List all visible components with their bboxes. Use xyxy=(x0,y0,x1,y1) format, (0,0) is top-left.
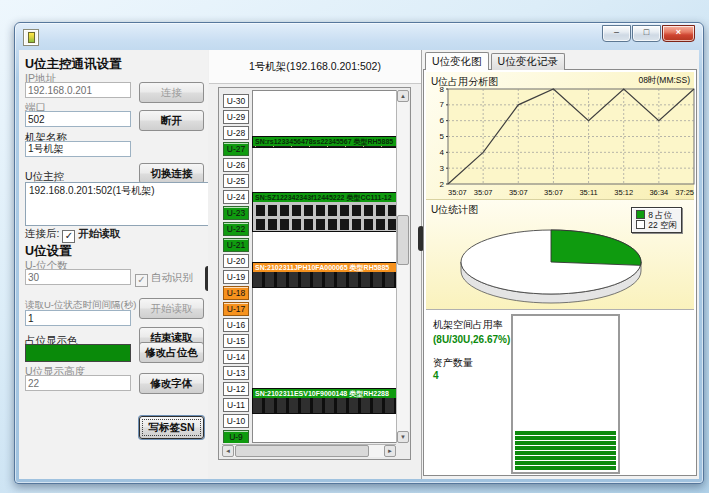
desktop-background: – □ × U位主控通讯设置 IP地址 连接 端口 断开 机架名称 切换连接 U… xyxy=(0,0,709,493)
tab-u-change-log[interactable]: U位变化记录 xyxy=(491,53,565,70)
interval-input[interactable] xyxy=(25,310,131,326)
title-bar[interactable]: – □ × xyxy=(15,23,703,50)
occupied-unit-bar xyxy=(515,461,616,465)
occupied-unit-bar xyxy=(515,431,616,435)
comm-settings-panel: U位主控通讯设置 IP地址 连接 端口 断开 机架名称 切换连接 U位主控 19… xyxy=(19,50,208,479)
rack-slot[interactable]: U-15 xyxy=(223,334,249,348)
occupied-unit-bar xyxy=(515,456,616,460)
svg-text:36:34: 36:34 xyxy=(649,188,668,197)
tab-strip: U位变化图 U位变化记录 xyxy=(425,53,567,70)
rack-view-panel: 1号机架(192.168.0.201:502) U-30U-29U-28U-27… xyxy=(208,50,421,479)
rack-device[interactable]: SN:2102311JPH10FA000065 类型RH5885 xyxy=(252,262,398,288)
rack-name-input[interactable] xyxy=(25,141,131,157)
svg-text:7: 7 xyxy=(440,100,445,109)
rack-slot[interactable]: U-10 xyxy=(223,414,249,428)
rack-usage-box xyxy=(511,314,620,474)
port-input[interactable] xyxy=(25,111,131,127)
start-read-button[interactable]: 开始读取 xyxy=(139,298,204,319)
svg-text:4: 4 xyxy=(440,148,445,157)
scroll-right-icon[interactable]: ► xyxy=(384,445,396,457)
svg-text:37:25: 37:25 xyxy=(675,188,694,197)
rack-title: 1号机架(192.168.0.201:502) xyxy=(209,60,421,74)
occupied-unit-bar xyxy=(515,436,616,440)
rack-vertical-scrollbar[interactable]: ▲ ▼ xyxy=(396,90,409,443)
svg-text:8: 8 xyxy=(440,85,445,94)
rack-slot[interactable]: U-27 xyxy=(223,142,249,156)
rack-slot[interactable]: U-29 xyxy=(223,110,249,124)
rack-slot[interactable]: U-17 xyxy=(223,302,249,316)
disconnect-button[interactable]: 断开 xyxy=(139,110,204,131)
rack-usage-bars xyxy=(515,430,616,470)
device-sn-label: SN:2102311JPH10FA000065 类型RH5885 xyxy=(253,263,397,272)
rack-slot[interactable]: U-19 xyxy=(223,270,249,284)
client-area: U位主控通讯设置 IP地址 连接 端口 断开 机架名称 切换连接 U位主控 19… xyxy=(19,50,699,479)
pie-chart xyxy=(426,200,699,310)
rack-slot[interactable]: U-16 xyxy=(223,318,249,332)
rack-slot[interactable]: U-28 xyxy=(223,126,249,140)
asset-count-value: 4 xyxy=(433,370,439,381)
write-sn-button[interactable]: 写标签SN xyxy=(139,416,204,439)
scroll-up-icon[interactable]: ▲ xyxy=(397,90,409,102)
rack-slot[interactable]: U-26 xyxy=(223,158,249,172)
svg-text:3: 3 xyxy=(440,164,445,173)
tab-content: U位占用分析图 08时(MM:SS) 234567835:0735:0735:0… xyxy=(423,69,697,476)
connect-button[interactable]: 连接 xyxy=(139,82,204,103)
rack-slot[interactable]: U-25 xyxy=(223,174,249,188)
rack-slot[interactable]: U-24 xyxy=(223,190,249,204)
minimize-button[interactable]: – xyxy=(602,25,631,42)
scroll-left-icon[interactable]: ◄ xyxy=(222,445,234,457)
rack-slot[interactable]: U-9 xyxy=(223,430,249,443)
rack-slot[interactable]: U-22 xyxy=(223,222,249,236)
u-count-input[interactable] xyxy=(25,269,131,285)
svg-text:35:07: 35:07 xyxy=(448,188,467,197)
auto-detect-checkbox[interactable]: ✓ xyxy=(135,274,148,287)
pie-chart-section: U位统计图 8 占位22 空闲 xyxy=(426,199,694,310)
svg-text:35:07: 35:07 xyxy=(474,188,493,197)
rack-slot[interactable]: U-12 xyxy=(223,382,249,396)
ip-input[interactable] xyxy=(25,82,131,98)
usage-title: 机架空间占用率 xyxy=(433,318,503,332)
svg-text:35:07: 35:07 xyxy=(544,188,563,197)
device-sn-label: SN:2102311ESV10F9000148 类型RH2288 xyxy=(253,389,397,398)
tab-u-change-chart[interactable]: U位变化图 xyxy=(425,52,489,70)
device-faceplate xyxy=(253,146,397,147)
rack-frame: U-30U-29U-28U-27U-26U-25U-24U-23U-22U-21… xyxy=(218,87,411,460)
display-height-input[interactable] xyxy=(25,375,131,391)
rack-slot[interactable]: U-14 xyxy=(223,350,249,364)
master-listbox[interactable]: 192.168.0.201:502(1号机架) xyxy=(25,182,209,226)
modify-color-button[interactable]: 修改占位色 xyxy=(139,342,204,363)
vertical-scroll-thumb[interactable] xyxy=(397,215,409,265)
rack-slot[interactable]: U-18 xyxy=(223,286,249,300)
occupy-color-swatch xyxy=(25,344,131,362)
rack-device[interactable]: SN:SZ122342343f12445222 类型CC111-12 xyxy=(252,192,398,232)
rack-header: 1号机架(192.168.0.201:502) xyxy=(209,50,421,84)
app-icon xyxy=(23,29,39,46)
modify-font-button[interactable]: 修改字体 xyxy=(139,373,204,394)
scroll-down-icon[interactable]: ▼ xyxy=(397,431,409,443)
after-connect-row: 连接后: ✓ 开始读取 xyxy=(25,227,120,243)
rack-slot[interactable]: U-13 xyxy=(223,366,249,380)
start-read-checkbox[interactable]: ✓ xyxy=(62,230,75,243)
occupied-unit-bar xyxy=(515,441,616,445)
rack-horizontal-scrollbar[interactable]: ◄ ► xyxy=(222,444,396,457)
rack-usage-section: 机架空间占用率 (8U/30U,26.67%) 资产数量 4 xyxy=(426,309,694,473)
device-sn-label: SN:rs1233456478ss22345567 类型RH5885 xyxy=(253,137,397,146)
svg-text:6: 6 xyxy=(440,116,445,125)
svg-text:35:07: 35:07 xyxy=(509,188,528,197)
rack-device[interactable]: SN:rs1233456478ss22345567 类型RH5885 xyxy=(252,136,398,148)
close-button[interactable]: × xyxy=(662,25,695,42)
panel-title: U位主控通讯设置 xyxy=(25,56,122,73)
rack-slot[interactable]: U-23 xyxy=(223,206,249,220)
rack-slot[interactable]: U-21 xyxy=(223,238,249,252)
rack-slot[interactable]: U-20 xyxy=(223,254,249,268)
device-sn-label: SN:SZ122342343f12445222 类型CC111-12 xyxy=(253,193,397,202)
svg-text:5: 5 xyxy=(440,132,445,141)
maximize-button[interactable]: □ xyxy=(632,25,661,42)
rack-slot[interactable]: U-30 xyxy=(223,94,249,108)
switch-connection-button[interactable]: 切换连接 xyxy=(139,163,204,184)
rack-slot[interactable]: U-11 xyxy=(223,398,249,412)
device-faceplate xyxy=(253,202,397,231)
master-list-item[interactable]: 192.168.0.201:502(1号机架) xyxy=(29,184,205,198)
rack-device[interactable]: SN:2102311ESV10F9000148 类型RH2288 xyxy=(252,388,398,414)
horizontal-scroll-thumb[interactable] xyxy=(235,445,369,457)
